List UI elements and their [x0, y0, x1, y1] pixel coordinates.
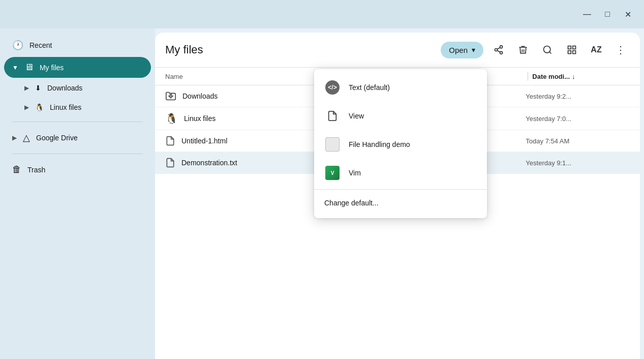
sidebar-item-myfiles-label: My files [40, 64, 64, 72]
sidebar: 🕐 Recent ▼ 🖥 My files ▶ ⬇ Downloads ▶ 🐧 … [0, 28, 155, 359]
delete-button[interactable] [514, 41, 532, 59]
sidebar-divider-2 [12, 154, 143, 154]
col-divider [528, 72, 528, 81]
dropdown-item-vim-label: Vim [349, 169, 361, 177]
sidebar-item-trash[interactable]: 🗑 Trash [4, 159, 151, 180]
file-name: Demonstration.txt [181, 159, 237, 167]
grid-view-button[interactable] [563, 41, 581, 59]
dropdown-divider [314, 189, 487, 190]
sidebar-item-recent[interactable]: 🕐 Recent [4, 35, 151, 56]
chevron-right-icon: ▶ [24, 84, 29, 92]
file-date: Yesterday 9:1... [526, 159, 630, 167]
svg-line-6 [549, 52, 551, 54]
open-button[interactable]: Open ▾ [441, 42, 483, 58]
file-date: Today 7:54 AM [526, 137, 630, 145]
sidebar-item-googledrive[interactable]: ▶ △ Google Drive [4, 127, 151, 148]
file-date: Yesterday 7:0... [526, 115, 630, 123]
dropdown-item-text-default[interactable]: </> Text (default) [314, 73, 487, 102]
date-column-header[interactable]: Date modi... ↓ [526, 72, 630, 81]
svg-rect-7 [568, 46, 571, 49]
open-dropdown-menu: </> Text (default) View File Handling de… [314, 69, 487, 218]
change-default-label: Change default... [324, 199, 379, 207]
dropdown-change-default[interactable]: Change default... [314, 192, 487, 214]
sidebar-divider-1 [12, 122, 143, 122]
svg-point-2 [500, 51, 503, 54]
sidebar-item-downloads[interactable]: ▶ ⬇ Downloads [4, 79, 151, 97]
open-dropdown-arrow-icon: ▾ [472, 46, 475, 54]
chevron-right-icon2: ▶ [24, 104, 29, 111]
sidebar-item-linux[interactable]: ▶ 🐧 Linux files [4, 98, 151, 116]
share-button[interactable] [489, 41, 508, 59]
dropdown-item-text-default-label: Text (default) [349, 83, 390, 92]
svg-line-4 [497, 47, 500, 49]
svg-rect-10 [573, 51, 576, 54]
sort-button[interactable]: AZ [587, 41, 605, 59]
view-icon [324, 108, 341, 124]
txt-file-icon [165, 157, 175, 168]
trash-icon2 [518, 45, 528, 55]
dropdown-item-file-handling[interactable]: File Handling demo [314, 130, 487, 159]
chevron-right-icon3: ▶ [12, 134, 17, 141]
recent-icon: 🕐 [12, 40, 23, 51]
title-bar: — □ ✕ [0, 0, 644, 28]
open-button-label: Open [449, 46, 468, 54]
googledrive-icon: △ [23, 132, 30, 143]
sidebar-item-recent-label: Recent [29, 41, 52, 49]
maximize-button[interactable]: □ [599, 6, 616, 22]
file-name: Linux files [184, 114, 216, 123]
linux-file-icon: 🐧 [165, 112, 178, 125]
file-date: Yesterday 9:2... [526, 93, 630, 100]
file-name: Untitled-1.html [181, 137, 227, 145]
share-icon [494, 45, 504, 55]
chevron-down-icon: ▼ [12, 64, 18, 71]
dropdown-item-file-handling-label: File Handling demo [349, 140, 410, 148]
toolbar: My files Open ▾ [155, 33, 640, 68]
text-default-icon: </> [324, 79, 341, 96]
file-handling-icon [324, 136, 341, 153]
svg-rect-8 [573, 46, 576, 49]
downloads-icon: ⬇ [35, 84, 41, 92]
html-file-icon [165, 135, 175, 146]
linux-icon: 🐧 [35, 103, 44, 111]
svg-point-5 [544, 46, 550, 53]
sidebar-item-myfiles[interactable]: ▼ 🖥 My files [4, 57, 151, 78]
sidebar-item-trash-label: Trash [27, 166, 45, 174]
close-button[interactable]: ✕ [620, 6, 636, 22]
dropdown-item-view-label: View [349, 112, 364, 120]
svg-point-0 [500, 46, 503, 48]
file-name: Downloads [182, 92, 218, 100]
vim-icon: V [324, 165, 341, 181]
search-button[interactable] [538, 41, 557, 59]
svg-rect-9 [568, 51, 571, 54]
svg-point-1 [495, 49, 498, 51]
search-icon [542, 45, 553, 55]
dropdown-item-vim[interactable]: V Vim [314, 159, 487, 187]
sidebar-item-downloads-label: Downloads [47, 84, 82, 92]
svg-line-3 [497, 50, 500, 52]
download-folder-icon [165, 91, 176, 102]
minimize-button[interactable]: — [579, 6, 595, 22]
trash-icon: 🗑 [12, 164, 21, 175]
more-options-button[interactable]: ⋮ [611, 41, 630, 59]
sidebar-item-linux-label: Linux files [50, 103, 81, 111]
dropdown-item-view[interactable]: View [314, 102, 487, 130]
page-title: My files [165, 43, 435, 56]
more-icon: ⋮ [616, 44, 626, 56]
grid-icon [567, 45, 577, 55]
sort-az-icon: AZ [591, 45, 601, 54]
sidebar-item-googledrive-label: Google Drive [36, 134, 78, 142]
myfiles-icon: 🖥 [24, 62, 34, 73]
